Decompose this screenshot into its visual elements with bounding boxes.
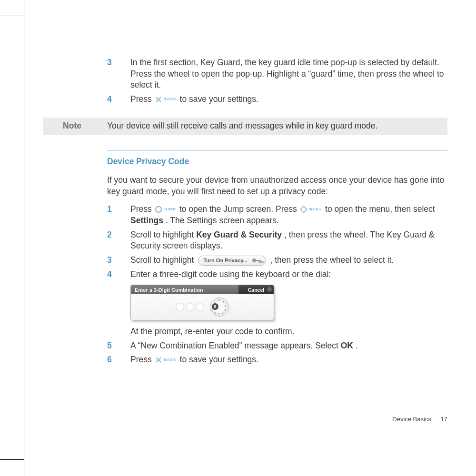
menu-button-icon: MENU bbox=[300, 206, 322, 213]
dial-tick: 9 bbox=[214, 300, 215, 304]
settings-bold: Settings bbox=[130, 216, 163, 225]
step-text: Scroll to highlight bbox=[130, 230, 196, 239]
x-icon bbox=[155, 357, 162, 363]
back-label: BACK bbox=[164, 357, 177, 363]
combination-dial: 8 0 1 2 3 4 5 6 7 9 bbox=[210, 298, 229, 317]
back-button-icon: BACK bbox=[155, 357, 177, 363]
code-slot bbox=[176, 303, 184, 311]
dial-tick: 0 bbox=[218, 298, 220, 302]
dial-tick: 7 bbox=[212, 308, 213, 312]
step-text: to open the Jump screen. Press bbox=[179, 204, 299, 214]
step-4: 4 Enter a three-digit code using the key… bbox=[130, 269, 447, 280]
step-number: 4 bbox=[107, 94, 112, 105]
step-text: Press bbox=[130, 204, 154, 214]
step-number: 6 bbox=[107, 354, 112, 366]
step-text: to save your settings. bbox=[180, 94, 258, 104]
footer-section: Device Basics bbox=[392, 416, 431, 423]
menu-label: MENU bbox=[309, 207, 322, 212]
step-text: , then press the wheel to select it. bbox=[270, 255, 394, 265]
crop-mark-left bbox=[24, 0, 24, 476]
chip-label: Turn On Privacy... bbox=[203, 257, 248, 264]
step-text: Press bbox=[130, 94, 154, 104]
dialog-title-bar: Enter a 3-Digit Combination Cancel bbox=[131, 285, 274, 294]
step-3: 3 Scroll to highlight Turn On Privacy...… bbox=[130, 255, 447, 266]
step-3-top: 3 In the first section, Key Guard, the k… bbox=[130, 57, 447, 91]
step-number: 4 bbox=[107, 269, 112, 280]
step-6: 6 Press BACK to save your settings. bbox=[130, 354, 447, 366]
section-title: Device Privacy Code bbox=[107, 156, 447, 168]
diamond-icon bbox=[300, 206, 307, 213]
back-button-icon: BACK bbox=[155, 96, 177, 103]
dial-tick: 4 bbox=[222, 311, 223, 315]
dial-tick: 1 bbox=[223, 300, 224, 304]
combination-dialog: Enter a 3-Digit Combination Cancel 8 0 1… bbox=[130, 285, 274, 320]
note-callout: Note Your device will still receive call… bbox=[43, 118, 447, 135]
step-text: Enter a three-digit code using the keybo… bbox=[130, 269, 331, 279]
step-number: 1 bbox=[107, 204, 112, 215]
step-number: 3 bbox=[107, 255, 112, 266]
code-slot bbox=[186, 303, 194, 311]
step-4-after: At the prompt, re-enter your code to con… bbox=[130, 326, 447, 337]
footer-page-number: 17 bbox=[441, 416, 447, 423]
note-label: Note bbox=[43, 120, 107, 132]
crop-mark-bottom bbox=[0, 459, 24, 460]
step-number: 2 bbox=[107, 229, 112, 241]
dial-tick: 2 bbox=[225, 304, 226, 308]
jump-button-icon: JUMP bbox=[155, 206, 176, 213]
step-text: Scroll to highlight bbox=[130, 255, 196, 265]
back-label: BACK bbox=[164, 97, 177, 102]
step-text: . The Settings screen appears. bbox=[166, 216, 279, 225]
dial-tick: 5 bbox=[218, 312, 219, 316]
steps-continued: 3 In the first section, Key Guard, the k… bbox=[107, 57, 447, 105]
circle-icon bbox=[155, 206, 162, 213]
code-slot bbox=[196, 303, 204, 311]
step-text: . bbox=[356, 341, 358, 350]
crop-mark-top bbox=[0, 16, 24, 16]
step-text: Press bbox=[130, 355, 154, 364]
dial-tick: 6 bbox=[214, 311, 216, 315]
step-2: 2 Scroll to highlight Key Guard & Securi… bbox=[130, 229, 447, 252]
code-entry-slots bbox=[176, 303, 204, 311]
step-number: 3 bbox=[107, 57, 112, 69]
section-intro: If you want to secure your device from u… bbox=[107, 175, 447, 197]
step-number: 5 bbox=[107, 340, 112, 352]
section-rule bbox=[107, 150, 447, 150]
step-text: At the prompt, re-enter your code to con… bbox=[130, 327, 294, 336]
ok-bold: OK bbox=[341, 341, 353, 350]
step-text: A “New Combination Enabled” message appe… bbox=[130, 341, 341, 350]
step-4-top: 4 Press BACK to save your settings. bbox=[130, 94, 447, 105]
turn-on-privacy-chip: Turn On Privacy... bbox=[198, 256, 266, 266]
x-icon bbox=[155, 96, 162, 103]
key-guard-security-bold: Key Guard & Security bbox=[196, 230, 282, 239]
jump-label: JUMP bbox=[164, 207, 176, 212]
step-1: 1 Press JUMP to open the Jump screen. Pr… bbox=[130, 204, 447, 226]
step-5: 5 A “New Combination Enabled” message ap… bbox=[130, 340, 447, 352]
step-text: to open the menu, then select bbox=[325, 204, 435, 214]
dialog-cancel: Cancel bbox=[238, 285, 274, 294]
page-body: 3 In the first section, Key Guard, the k… bbox=[43, 57, 447, 368]
dialog-body: 8 0 1 2 3 4 5 6 7 9 bbox=[131, 294, 274, 320]
key-icon bbox=[252, 258, 261, 263]
dialog-title: Enter a 3-Digit Combination bbox=[131, 285, 238, 294]
dial-tick: 3 bbox=[224, 308, 226, 312]
page-footer: Device Basics 17 bbox=[392, 415, 447, 424]
step-text: In the first section, Key Guard, the key… bbox=[130, 58, 444, 89]
step-text: to save your settings. bbox=[180, 355, 258, 364]
note-text: Your device will still receive calls and… bbox=[107, 120, 447, 132]
